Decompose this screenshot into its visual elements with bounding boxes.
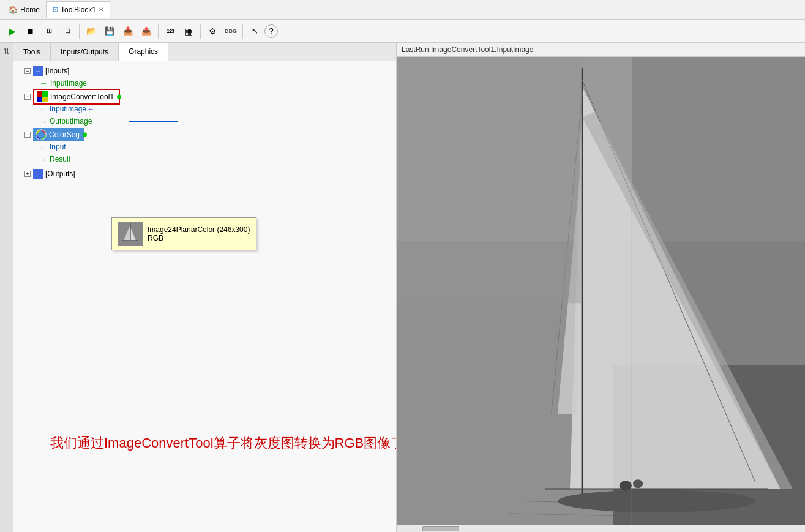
home-icon: 🏠: [9, 6, 18, 14]
cs-input-label: Input: [50, 143, 66, 151]
ic-input-image-row[interactable]: ← InputImage ←: [22, 103, 392, 115]
annotation-text: 我们通过ImageConvertTool算子将灰度图转换为RGB图像了: [50, 434, 396, 452]
input-image-arrow: →: [39, 78, 48, 88]
inputs-collapse[interactable]: −: [24, 68, 31, 74]
left-edge-panel: ⇄: [0, 43, 13, 532]
input-image-row[interactable]: → InputImage: [22, 77, 392, 89]
sailboat-image: [397, 57, 805, 525]
inputs-icon: →: [33, 66, 43, 76]
toolblock1-icon: ⊡: [53, 6, 58, 13]
tab-graphics[interactable]: Graphics: [119, 43, 168, 61]
tab-inputs-outputs[interactable]: Inputs/Outputs: [51, 43, 119, 61]
tab-close-icon[interactable]: ✕: [99, 6, 103, 13]
svg-point-25: [633, 479, 643, 488]
tab-tools[interactable]: Tools: [13, 43, 51, 61]
svg-rect-1: [42, 91, 48, 97]
sep4: [242, 24, 243, 39]
image-convert-icon: [37, 91, 48, 102]
sub-tabs: Tools Inputs/Outputs Graphics: [13, 43, 396, 61]
home-tab[interactable]: 🏠 Home: [2, 3, 46, 17]
toolbar: ▶ ⏹ ⊞ ⊟ 📂 💾 📥 📤 123 ▦ ⚙ DBG ↖ ?: [0, 20, 805, 43]
outputs-collapse[interactable]: +: [24, 171, 31, 177]
h-scrollbar[interactable]: [397, 525, 805, 532]
wrap2-button[interactable]: ⊟: [59, 23, 76, 40]
ic-output-image-label: OutputImage: [50, 117, 92, 126]
wrap-button[interactable]: ⊞: [40, 23, 58, 40]
open-button[interactable]: 📂: [83, 23, 100, 40]
image-convert-collapse[interactable]: −: [24, 94, 31, 100]
svg-rect-3: [42, 97, 48, 102]
toolblock1-tab[interactable]: ⊡ ToolBlock1 ✕: [46, 1, 110, 18]
outputs-icon: →: [33, 169, 43, 179]
settings-button[interactable]: ⚙: [204, 23, 221, 40]
toolblock1-label: ToolBlock1: [61, 6, 96, 14]
image-header-text: LastRun.ImageConvertTool1.InputImage: [402, 45, 533, 54]
ic-input-arrow-left2: ←: [88, 105, 94, 113]
image-viewport[interactable]: [397, 57, 805, 525]
tooltip-text: Image24PlanarColor (246x300) RGB: [148, 225, 250, 242]
cs-input-row[interactable]: ← Input: [22, 141, 392, 153]
tab-graphics-label: Graphics: [129, 47, 158, 56]
h-scrollbar-thumb[interactable]: [422, 526, 459, 531]
run-button[interactable]: ▶: [4, 23, 21, 40]
image-header: LastRun.ImageConvertTool1.InputImage: [397, 43, 805, 57]
number-button[interactable]: 123: [162, 23, 179, 40]
cs-result-row[interactable]: → Result: [22, 153, 392, 165]
debug-button[interactable]: DBG: [222, 23, 239, 40]
help-button[interactable]: ?: [264, 24, 278, 38]
home-tab-label: Home: [20, 6, 40, 14]
tooltip-image-type: Image24PlanarColor (246x300): [148, 225, 250, 234]
cs-result-arrow: →: [39, 155, 47, 164]
cursor-button[interactable]: ↖: [246, 23, 263, 40]
ic-input-arrow-left: ←: [39, 105, 47, 114]
tab-tools-label: Tools: [23, 48, 40, 56]
sep2: [158, 24, 159, 39]
left-panel: Tools Inputs/Outputs Graphics − → [Input…: [13, 43, 397, 532]
image-convert-tool-label: ImageConvertTool1: [50, 92, 114, 101]
inputs-label: [Inputs]: [45, 67, 69, 75]
grid-button[interactable]: ▦: [180, 23, 197, 40]
color-seg-status-dot: [83, 132, 87, 137]
color-seg-row[interactable]: − ColorSeg: [22, 129, 392, 141]
image-convert-status-dot: [117, 95, 121, 99]
image-convert-tool-row[interactable]: − ImageConvertTool1: [22, 91, 392, 103]
import-button[interactable]: 📥: [119, 23, 137, 40]
color-seg-icon: [36, 129, 47, 140]
color-seg-node[interactable]: ColorSeg: [33, 128, 84, 141]
svg-point-19: [558, 490, 755, 512]
cs-input-arrow: ←: [39, 143, 47, 152]
title-bar: 🏠 Home ⊡ ToolBlock1 ✕: [0, 0, 805, 20]
sep1: [79, 24, 80, 39]
sep3: [200, 24, 201, 39]
left-edge-icon[interactable]: ⇄: [1, 45, 13, 58]
tooltip-thumbnail: [118, 222, 143, 246]
color-seg-label: ColorSeg: [49, 130, 80, 139]
tooltip-color-space: RGB: [148, 234, 250, 242]
svg-rect-28: [397, 57, 582, 303]
export-button[interactable]: 📤: [138, 23, 155, 40]
svg-point-24: [620, 481, 632, 490]
outputs-row[interactable]: + → [Outputs]: [22, 168, 392, 180]
color-seg-collapse[interactable]: −: [24, 132, 31, 138]
tree-area: − → [Inputs] → InputImage −: [13, 61, 396, 532]
tab-inputs-outputs-label: Inputs/Outputs: [61, 48, 108, 56]
input-image-label: InputImage: [50, 79, 87, 88]
tooltip-popup: Image24PlanarColor (246x300) RGB: [111, 217, 256, 250]
outputs-label: [Outputs]: [45, 170, 75, 178]
save-button[interactable]: 💾: [101, 23, 118, 40]
ic-output-arrow: →: [39, 117, 47, 126]
inputs-row[interactable]: − → [Inputs]: [22, 65, 392, 77]
ic-output-image-row[interactable]: → OutputImage: [22, 115, 392, 127]
stop-button[interactable]: ⏹: [22, 23, 39, 40]
right-panel: LastRun.ImageConvertTool1.InputImage: [397, 43, 805, 532]
svg-rect-2: [37, 97, 42, 102]
svg-rect-0: [37, 91, 42, 97]
ic-input-image-label: InputImage: [50, 105, 86, 113]
cs-result-label: Result: [50, 155, 70, 163]
main-container: ⇄ Tools Inputs/Outputs Graphics − → [In: [0, 43, 805, 532]
output-connector-line: [129, 121, 178, 122]
